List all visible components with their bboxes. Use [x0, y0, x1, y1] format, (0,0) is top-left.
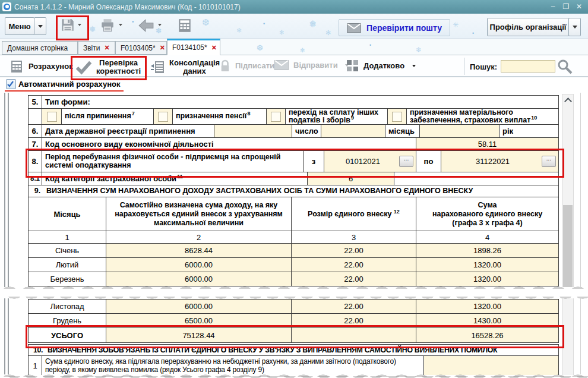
recalculate-label: Розрахунок — [29, 62, 73, 71]
form-type-option2-cell — [153, 108, 173, 125]
print-button[interactable] — [100, 18, 115, 33]
sum-cell[interactable]: 1320.00 — [416, 272, 559, 286]
snowflake-decoration: ✻ — [279, 29, 284, 36]
tab-f0103405[interactable]: F0103405* ✕ — [115, 41, 167, 55]
income-cell[interactable]: 6000.00 — [106, 299, 292, 314]
close-tab-icon[interactable]: ✕ — [211, 44, 217, 52]
income-cell[interactable]: 6500.00 — [106, 313, 292, 328]
printer-icon — [100, 18, 115, 33]
send-label: Відправити — [293, 61, 338, 70]
auto-calc-checkbox[interactable] — [6, 79, 16, 89]
row6-number: 6. — [28, 124, 42, 138]
check-correctness-button[interactable]: Перевірка коректності — [75, 59, 141, 75]
close-tab-icon[interactable]: ✕ — [160, 44, 165, 52]
sum-cell[interactable]: 1430.00 — [416, 313, 559, 328]
consolidation-label: Консолідація даних — [169, 59, 220, 75]
menu-button[interactable]: Меню — [5, 17, 34, 35]
search-button[interactable] — [557, 58, 573, 75]
label-line: даних — [183, 67, 206, 75]
scrollbar-thumb[interactable] — [563, 205, 573, 290]
section9-title-row: 9. ВИЗНАЧЕННЯ СУМ НАРАХОВАНОГО ДОХОДУ ЗА… — [28, 185, 559, 197]
row5-number: 5. — [28, 95, 42, 109]
back-dropdown-button[interactable] — [158, 24, 162, 26]
row8-to-browse-button[interactable]: ... — [542, 156, 556, 167]
row6-year-field[interactable] — [419, 124, 500, 138]
calculator-button[interactable] — [177, 18, 192, 33]
tab-label: F0103405* — [121, 44, 156, 52]
sum-cell[interactable]: 1320.00 — [416, 257, 559, 272]
org-profile-button[interactable]: Профіль організації — [487, 18, 569, 36]
row8-from-date-field[interactable]: 01012021 — [327, 157, 399, 166]
maximize-button[interactable]: ❐ — [559, 1, 573, 12]
sign-button[interactable]: Підписати — [220, 59, 274, 73]
sonata-logo-icon — [2, 2, 11, 11]
section10-row1-number: 1 — [28, 355, 42, 376]
income-cell[interactable]: 8628.44 — [106, 243, 292, 258]
row8-number: 8. — [28, 150, 42, 172]
row8-to-date-field[interactable]: 31122021 — [444, 157, 542, 166]
col-number: 3 — [291, 231, 416, 244]
section10-title: ВИЗНАЧЕННЯ ЗОБОВ'ЯЗАНЬ ІЗ СПЛАТИ ЄДИНОГО… — [48, 346, 497, 355]
rate-cell[interactable]: 22.00 — [291, 272, 416, 286]
snowflake-decoration: ❄ — [236, 27, 242, 34]
save-button[interactable] — [60, 17, 75, 33]
row6-day-field[interactable] — [214, 124, 292, 138]
tab-home[interactable]: Домашня сторінка — [2, 41, 78, 55]
row6-month-field[interactable] — [321, 124, 385, 138]
org-profile-dropdown-button[interactable] — [568, 18, 581, 36]
form-type-checkbox-2[interactable] — [158, 112, 168, 122]
search-input[interactable] — [501, 60, 555, 73]
print-dropdown-button[interactable] — [119, 24, 122, 26]
row8-from-browse-button[interactable]: ... — [399, 156, 413, 167]
form-type-option1-label: після припинення 7 — [61, 108, 154, 125]
consolidation-button[interactable]: Консолідація даних — [150, 59, 220, 75]
close-button[interactable]: ✕ — [573, 1, 586, 12]
total-rate-cell — [291, 327, 416, 343]
footnote-ref: 8 — [247, 111, 250, 116]
section9-number: 9. — [29, 187, 46, 196]
back-button[interactable] — [138, 18, 154, 33]
tab-reports[interactable]: Звіти ✕ — [78, 41, 115, 55]
chevron-down-icon — [158, 24, 162, 26]
consolidation-icon — [150, 60, 165, 74]
section10-row1-field[interactable] — [423, 355, 559, 376]
tab-f0134105-active[interactable]: F0134105* ✕ — [167, 39, 220, 55]
row7-kved-field[interactable]: 58.11 — [416, 137, 559, 151]
chevron-up-icon — [564, 97, 572, 105]
sum-cell[interactable]: 1898.26 — [416, 243, 559, 258]
income-cell[interactable]: 6000.00 — [106, 272, 292, 286]
sonata-app-window: Соната 1.4.1.2 - Мирний Олександр Максим… — [0, 0, 588, 378]
torn-edge — [0, 375, 588, 378]
form-type-checkbox-4[interactable] — [392, 112, 402, 122]
close-tab-icon[interactable]: ✕ — [105, 44, 110, 52]
row8-to-label: по — [416, 150, 441, 172]
header-line: Сума — [478, 201, 497, 209]
rate-cell[interactable]: 22.00 — [291, 243, 416, 258]
rate-cell[interactable]: 22.00 — [291, 313, 416, 328]
row8-from-cell: 01012021 ... — [324, 150, 416, 172]
menu-button-label: Меню — [8, 22, 30, 31]
send-envelope-icon — [274, 60, 289, 70]
check-mail-button[interactable]: Перевірити пошту — [339, 19, 450, 36]
menu-dropdown-button[interactable] — [34, 17, 46, 35]
minimize-button[interactable]: – — [546, 1, 559, 12]
col-number: 2 — [106, 231, 292, 244]
scroll-up-button[interactable] — [562, 94, 574, 107]
form-type-checkbox-1[interactable] — [47, 112, 57, 122]
toolbar-separator — [464, 58, 464, 75]
recalculate-button[interactable]: Розрахунок — [10, 59, 73, 74]
row8-from-label: з — [303, 150, 324, 172]
send-button[interactable]: Відправити — [274, 60, 349, 70]
checkmark-icon — [75, 59, 92, 75]
option-text: перехід на сплату інших податків і зборі… — [289, 108, 378, 125]
save-dropdown-button[interactable] — [78, 24, 81, 26]
rate-cell[interactable]: 22.00 — [291, 257, 416, 272]
rate-cell[interactable]: 22.00 — [291, 299, 416, 314]
sum-cell[interactable]: 1320.00 — [416, 299, 559, 314]
snowflake-decoration: • — [132, 18, 134, 25]
form-type-checkbox-3[interactable] — [271, 112, 281, 122]
month-label: Листопад — [28, 299, 106, 314]
income-cell[interactable]: 6000.00 — [106, 257, 292, 272]
row81-category-field[interactable]: 6 — [307, 172, 394, 185]
more-actions-button[interactable]: Додатково — [347, 60, 416, 71]
